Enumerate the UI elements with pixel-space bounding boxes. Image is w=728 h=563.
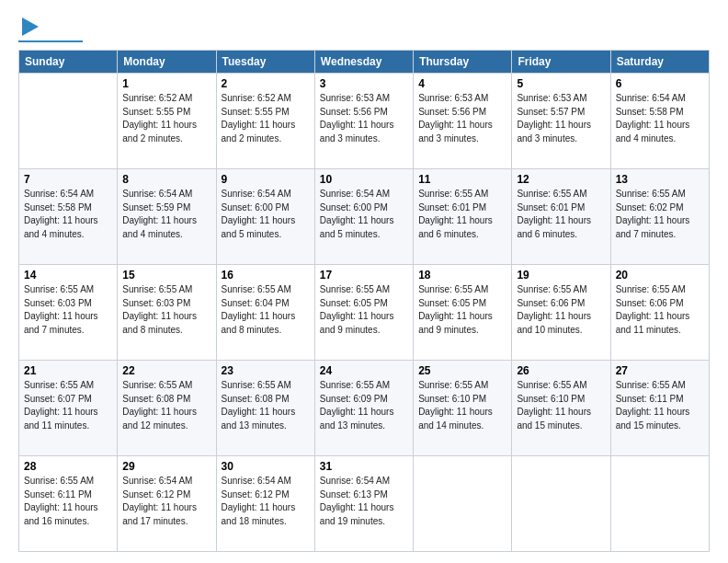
day-number: 12 <box>517 173 605 186</box>
day-info: Sunrise: 6:52 AM Sunset: 5:55 PM Dayligh… <box>122 92 210 145</box>
day-cell: 29Sunrise: 6:54 AM Sunset: 6:12 PM Dayli… <box>118 456 216 552</box>
day-cell <box>610 456 709 552</box>
day-cell: 19Sunrise: 6:55 AM Sunset: 6:06 PM Dayli… <box>512 265 610 361</box>
day-number: 16 <box>222 269 310 282</box>
day-number: 1 <box>122 77 210 90</box>
day-number: 24 <box>320 364 408 377</box>
logo-underline <box>18 40 83 42</box>
day-number: 23 <box>222 364 310 377</box>
day-cell: 30Sunrise: 6:54 AM Sunset: 6:12 PM Dayli… <box>216 456 314 552</box>
week-row-5: 28Sunrise: 6:55 AM Sunset: 6:11 PM Dayli… <box>19 456 710 552</box>
day-cell: 27Sunrise: 6:55 AM Sunset: 6:11 PM Dayli… <box>610 361 709 456</box>
weekday-header-row: SundayMondayTuesdayWednesdayThursdayFrid… <box>19 51 710 74</box>
day-number: 18 <box>418 269 506 282</box>
day-cell <box>512 456 610 552</box>
header <box>18 17 710 42</box>
day-number: 21 <box>24 364 112 377</box>
day-number: 22 <box>122 364 210 377</box>
weekday-header-saturday: Saturday <box>610 51 709 74</box>
day-cell: 15Sunrise: 6:55 AM Sunset: 6:03 PM Dayli… <box>118 265 216 361</box>
day-cell: 22Sunrise: 6:55 AM Sunset: 6:08 PM Dayli… <box>118 361 216 456</box>
day-info: Sunrise: 6:55 AM Sunset: 6:07 PM Dayligh… <box>24 379 112 432</box>
day-cell: 11Sunrise: 6:55 AM Sunset: 6:01 PM Dayli… <box>414 169 512 265</box>
day-cell: 5Sunrise: 6:53 AM Sunset: 5:57 PM Daylig… <box>512 74 610 169</box>
day-info: Sunrise: 6:55 AM Sunset: 6:06 PM Dayligh… <box>616 283 704 337</box>
day-cell: 16Sunrise: 6:55 AM Sunset: 6:04 PM Dayli… <box>216 265 314 361</box>
day-number: 17 <box>320 269 408 282</box>
day-number: 11 <box>418 173 506 186</box>
day-number: 26 <box>517 364 605 377</box>
day-info: Sunrise: 6:53 AM Sunset: 5:57 PM Dayligh… <box>517 92 605 145</box>
day-cell: 14Sunrise: 6:55 AM Sunset: 6:03 PM Dayli… <box>19 265 118 361</box>
day-cell: 8Sunrise: 6:54 AM Sunset: 5:59 PM Daylig… <box>118 169 216 265</box>
day-info: Sunrise: 6:55 AM Sunset: 6:02 PM Dayligh… <box>616 188 704 241</box>
day-number: 5 <box>517 77 605 90</box>
day-number: 27 <box>616 364 704 377</box>
day-cell: 26Sunrise: 6:55 AM Sunset: 6:10 PM Dayli… <box>512 361 610 456</box>
week-row-1: 1Sunrise: 6:52 AM Sunset: 5:55 PM Daylig… <box>19 74 710 169</box>
day-cell: 9Sunrise: 6:54 AM Sunset: 6:00 PM Daylig… <box>216 169 314 265</box>
day-number: 9 <box>222 173 310 186</box>
day-info: Sunrise: 6:55 AM Sunset: 6:04 PM Dayligh… <box>222 283 310 337</box>
day-number: 14 <box>24 269 112 282</box>
weekday-header-thursday: Thursday <box>414 51 512 74</box>
day-number: 2 <box>222 77 310 90</box>
day-cell: 24Sunrise: 6:55 AM Sunset: 6:09 PM Dayli… <box>314 361 413 456</box>
day-info: Sunrise: 6:55 AM Sunset: 6:01 PM Dayligh… <box>517 188 605 241</box>
day-cell <box>19 74 118 169</box>
day-cell: 13Sunrise: 6:55 AM Sunset: 6:02 PM Dayli… <box>610 169 709 265</box>
day-info: Sunrise: 6:54 AM Sunset: 6:13 PM Dayligh… <box>320 475 408 528</box>
day-info: Sunrise: 6:55 AM Sunset: 6:05 PM Dayligh… <box>320 283 408 337</box>
day-cell: 2Sunrise: 6:52 AM Sunset: 5:55 PM Daylig… <box>216 74 314 169</box>
day-info: Sunrise: 6:55 AM Sunset: 6:10 PM Dayligh… <box>418 379 506 432</box>
day-number: 19 <box>517 269 605 282</box>
day-info: Sunrise: 6:54 AM Sunset: 5:58 PM Dayligh… <box>616 92 704 145</box>
weekday-header-tuesday: Tuesday <box>216 51 314 74</box>
day-info: Sunrise: 6:54 AM Sunset: 5:59 PM Dayligh… <box>122 188 210 241</box>
day-cell: 25Sunrise: 6:55 AM Sunset: 6:10 PM Dayli… <box>414 361 512 456</box>
day-info: Sunrise: 6:55 AM Sunset: 6:01 PM Dayligh… <box>418 188 506 241</box>
day-cell: 28Sunrise: 6:55 AM Sunset: 6:11 PM Dayli… <box>19 456 118 552</box>
week-row-3: 14Sunrise: 6:55 AM Sunset: 6:03 PM Dayli… <box>19 265 710 361</box>
day-info: Sunrise: 6:55 AM Sunset: 6:11 PM Dayligh… <box>616 379 704 432</box>
day-info: Sunrise: 6:53 AM Sunset: 5:56 PM Dayligh… <box>320 92 408 145</box>
day-cell: 1Sunrise: 6:52 AM Sunset: 5:55 PM Daylig… <box>118 74 216 169</box>
weekday-header-friday: Friday <box>512 51 610 74</box>
day-cell: 18Sunrise: 6:55 AM Sunset: 6:05 PM Dayli… <box>414 265 512 361</box>
day-info: Sunrise: 6:54 AM Sunset: 5:58 PM Dayligh… <box>24 188 112 241</box>
day-number: 7 <box>24 173 112 186</box>
day-info: Sunrise: 6:55 AM Sunset: 6:08 PM Dayligh… <box>122 379 210 432</box>
weekday-header-wednesday: Wednesday <box>314 51 413 74</box>
day-number: 13 <box>616 173 704 186</box>
week-row-4: 21Sunrise: 6:55 AM Sunset: 6:07 PM Dayli… <box>19 361 710 456</box>
logo-arrow-icon <box>22 17 39 36</box>
day-cell: 12Sunrise: 6:55 AM Sunset: 6:01 PM Dayli… <box>512 169 610 265</box>
week-row-2: 7Sunrise: 6:54 AM Sunset: 5:58 PM Daylig… <box>19 169 710 265</box>
day-number: 4 <box>418 77 506 90</box>
day-number: 10 <box>320 173 408 186</box>
day-cell: 20Sunrise: 6:55 AM Sunset: 6:06 PM Dayli… <box>610 265 709 361</box>
day-info: Sunrise: 6:52 AM Sunset: 5:55 PM Dayligh… <box>222 92 310 145</box>
logo <box>18 17 83 42</box>
day-info: Sunrise: 6:54 AM Sunset: 6:12 PM Dayligh… <box>122 475 210 528</box>
day-number: 6 <box>616 77 704 90</box>
day-cell: 17Sunrise: 6:55 AM Sunset: 6:05 PM Dayli… <box>314 265 413 361</box>
day-info: Sunrise: 6:55 AM Sunset: 6:08 PM Dayligh… <box>222 379 310 432</box>
day-number: 20 <box>616 269 704 282</box>
day-cell: 3Sunrise: 6:53 AM Sunset: 5:56 PM Daylig… <box>314 74 413 169</box>
day-number: 31 <box>320 460 408 473</box>
day-number: 25 <box>418 364 506 377</box>
page: SundayMondayTuesdayWednesdayThursdayFrid… <box>0 0 728 563</box>
day-info: Sunrise: 6:54 AM Sunset: 6:00 PM Dayligh… <box>222 188 310 241</box>
day-cell: 31Sunrise: 6:54 AM Sunset: 6:13 PM Dayli… <box>314 456 413 552</box>
day-info: Sunrise: 6:54 AM Sunset: 6:00 PM Dayligh… <box>320 188 408 241</box>
day-info: Sunrise: 6:55 AM Sunset: 6:11 PM Dayligh… <box>24 475 112 528</box>
day-cell: 23Sunrise: 6:55 AM Sunset: 6:08 PM Dayli… <box>216 361 314 456</box>
day-number: 29 <box>122 460 210 473</box>
day-number: 3 <box>320 77 408 90</box>
day-cell: 21Sunrise: 6:55 AM Sunset: 6:07 PM Dayli… <box>19 361 118 456</box>
day-info: Sunrise: 6:55 AM Sunset: 6:03 PM Dayligh… <box>122 283 210 337</box>
day-info: Sunrise: 6:55 AM Sunset: 6:03 PM Dayligh… <box>24 283 112 337</box>
day-cell: 4Sunrise: 6:53 AM Sunset: 5:56 PM Daylig… <box>414 74 512 169</box>
day-cell: 10Sunrise: 6:54 AM Sunset: 6:00 PM Dayli… <box>314 169 413 265</box>
